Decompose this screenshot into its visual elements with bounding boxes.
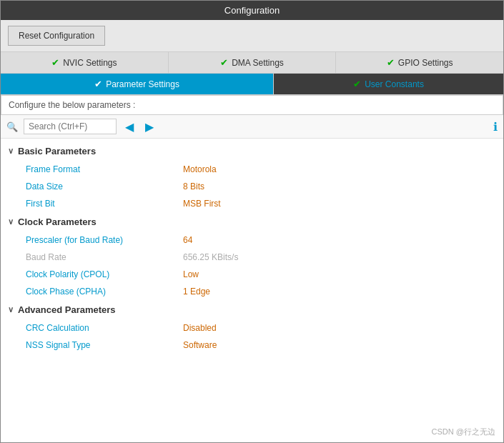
parameter-check-icon: ✔ [94,79,102,89]
basic-section-label: Basic Parameters [18,146,96,156]
clock-section-label: Clock Parameters [18,216,97,227]
configure-bar: Configure the below parameters : [1,95,503,115]
param-clock-polarity: Clock Polarity (CPOL) Low [1,266,503,283]
param-nss: NSS Signal Type Software [1,337,503,354]
tab-user-label: User Constants [365,79,424,89]
parameters-content: ∨ Basic Parameters Frame Format Motorola… [1,139,503,442]
gpio-check-icon: ✔ [387,57,395,68]
dma-check-icon: ✔ [220,57,228,68]
prev-result-button[interactable]: ◀ [122,120,137,134]
param-frame-format-value[interactable]: Motorola [183,164,217,174]
param-crc: CRC Calculation Disabled [1,319,503,337]
main-window: Configuration Reset Configuration ✔ NVIC… [0,0,504,443]
advanced-chevron-icon: ∨ [8,305,14,314]
param-prescaler-name: Prescaler (for Baud Rate) [26,235,183,245]
param-data-size: Data Size 8 Bits [1,178,503,195]
tab-dma-label: DMA Settings [232,58,284,68]
nvic-check-icon: ✔ [51,57,59,68]
title-bar: Configuration [1,1,503,20]
param-crc-name: CRC Calculation [26,323,183,333]
tab-parameter[interactable]: ✔ Parameter Settings [1,74,274,94]
tab-user[interactable]: ✔ User Constants [274,74,503,94]
search-row: 🔍 ◀ ▶ ℹ [1,115,503,139]
param-clock-polarity-value[interactable]: Low [183,269,199,279]
param-nss-name: NSS Signal Type [26,340,183,350]
clock-chevron-icon: ∨ [8,217,14,227]
watermark: CSDN @行之无边 [432,427,495,437]
basic-chevron-icon: ∨ [8,146,14,156]
tab-nvic[interactable]: ✔ NVIC Settings [1,52,169,73]
param-data-size-value[interactable]: 8 Bits [183,181,204,191]
tab-nvic-label: NVIC Settings [63,58,117,68]
tab-dma[interactable]: ✔ DMA Settings [169,52,337,73]
reset-config-button[interactable]: Reset Configuration [8,26,105,46]
param-baud-rate: Baud Rate 656.25 KBits/s [1,249,503,266]
param-first-bit-name: First Bit [26,199,183,209]
section-header-basic[interactable]: ∨ Basic Parameters [1,141,503,161]
section-header-clock[interactable]: ∨ Clock Parameters [1,212,503,232]
param-frame-format: Frame Format Motorola [1,161,503,178]
param-baud-rate-value: 656.25 KBits/s [183,252,238,262]
param-prescaler: Prescaler (for Baud Rate) 64 [1,232,503,249]
configure-text: Configure the below parameters : [9,100,135,110]
section-header-advanced[interactable]: ∨ Advanced Parameters [1,300,503,319]
param-crc-value[interactable]: Disabled [183,323,217,333]
param-data-size-name: Data Size [26,181,183,191]
param-first-bit: First Bit MSB First [1,195,503,212]
next-result-button[interactable]: ▶ [142,120,157,134]
param-clock-phase: Clock Phase (CPHA) 1 Edge [1,283,503,300]
param-frame-format-name: Frame Format [26,164,183,174]
param-baud-rate-name: Baud Rate [26,252,183,262]
param-prescaler-value[interactable]: 64 [183,235,192,245]
tabs-row2: ✔ Parameter Settings ✔ User Constants [1,74,503,95]
param-clock-phase-value[interactable]: 1 Edge [183,287,210,297]
tabs-row1: ✔ NVIC Settings ✔ DMA Settings ✔ GPIO Se… [1,52,503,74]
info-button[interactable]: ℹ [493,120,498,134]
advanced-section-label: Advanced Parameters [18,304,116,315]
param-first-bit-value[interactable]: MSB First [183,199,221,209]
search-icon: 🔍 [6,121,18,132]
param-nss-value[interactable]: Software [183,340,217,350]
search-input[interactable] [24,119,117,134]
param-clock-phase-name: Clock Phase (CPHA) [26,287,183,297]
tab-parameter-label: Parameter Settings [106,79,179,89]
window-title: Configuration [224,5,280,16]
tab-gpio-label: GPIO Settings [398,58,453,68]
user-check-icon: ✔ [353,79,361,89]
param-clock-polarity-name: Clock Polarity (CPOL) [26,269,183,279]
tab-gpio[interactable]: ✔ GPIO Settings [336,52,503,73]
toolbar: Reset Configuration [1,20,503,52]
